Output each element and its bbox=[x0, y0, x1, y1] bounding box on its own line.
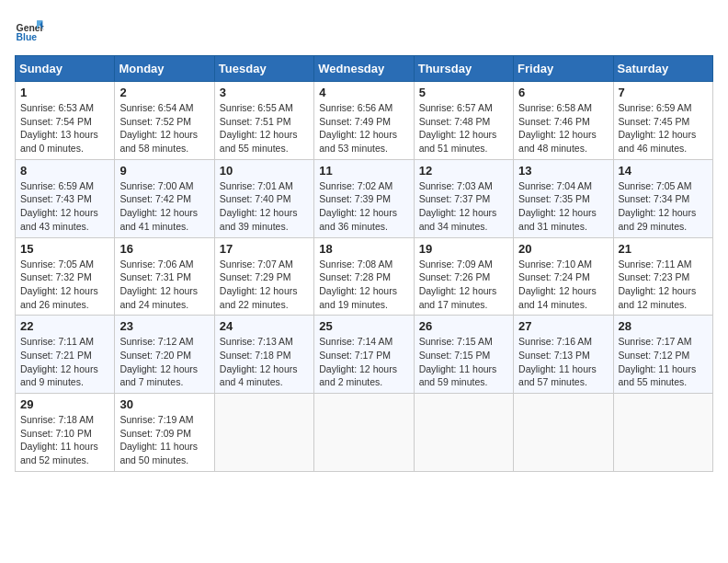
calendar-cell: 9Sunrise: 7:00 AMSunset: 7:42 PMDaylight… bbox=[115, 159, 214, 237]
day-number: 13 bbox=[518, 164, 608, 178]
day-number: 28 bbox=[619, 319, 708, 333]
day-info: Sunrise: 6:53 AMSunset: 7:54 PMDaylight:… bbox=[20, 101, 109, 155]
day-number: 11 bbox=[319, 164, 408, 178]
day-number: 4 bbox=[319, 86, 408, 99]
day-number: 16 bbox=[119, 242, 209, 256]
day-number: 25 bbox=[319, 319, 408, 333]
calendar-cell: 14Sunrise: 7:05 AMSunset: 7:34 PMDayligh… bbox=[613, 159, 712, 237]
calendar-week-2: 8Sunrise: 6:59 AMSunset: 7:43 PMDaylight… bbox=[16, 159, 713, 237]
day-info: Sunrise: 7:03 AMSunset: 7:37 PMDaylight:… bbox=[419, 179, 508, 234]
day-info: Sunrise: 7:12 AMSunset: 7:20 PMDaylight:… bbox=[119, 335, 209, 389]
weekday-header-saturday: Saturday bbox=[613, 56, 712, 82]
calendar-cell: 27Sunrise: 7:16 AMSunset: 7:13 PMDayligh… bbox=[514, 316, 613, 394]
calendar-cell bbox=[414, 394, 513, 472]
day-number: 6 bbox=[518, 86, 608, 99]
day-number: 23 bbox=[119, 319, 209, 333]
calendar-cell bbox=[214, 394, 313, 472]
calendar-cell: 7Sunrise: 6:59 AMSunset: 7:45 PMDaylight… bbox=[613, 82, 712, 160]
calendar-table: SundayMondayTuesdayWednesdayThursdayFrid… bbox=[15, 55, 713, 472]
calendar-cell: 28Sunrise: 7:17 AMSunset: 7:12 PMDayligh… bbox=[613, 316, 712, 394]
day-number: 29 bbox=[20, 397, 109, 411]
day-info: Sunrise: 6:56 AMSunset: 7:49 PMDaylight:… bbox=[319, 101, 408, 155]
day-info: Sunrise: 7:08 AMSunset: 7:28 PMDaylight:… bbox=[319, 258, 408, 312]
day-info: Sunrise: 7:18 AMSunset: 7:10 PMDaylight:… bbox=[20, 413, 109, 467]
day-info: Sunrise: 7:04 AMSunset: 7:35 PMDaylight:… bbox=[518, 179, 608, 234]
calendar-cell: 5Sunrise: 6:57 AMSunset: 7:48 PMDaylight… bbox=[414, 82, 513, 160]
day-info: Sunrise: 7:19 AMSunset: 7:09 PMDaylight:… bbox=[119, 413, 209, 467]
day-info: Sunrise: 6:58 AMSunset: 7:46 PMDaylight:… bbox=[518, 101, 608, 155]
calendar-week-5: 29Sunrise: 7:18 AMSunset: 7:10 PMDayligh… bbox=[16, 394, 713, 472]
day-number: 1 bbox=[20, 86, 109, 99]
calendar-cell: 13Sunrise: 7:04 AMSunset: 7:35 PMDayligh… bbox=[514, 159, 613, 237]
calendar-cell: 12Sunrise: 7:03 AMSunset: 7:37 PMDayligh… bbox=[414, 159, 513, 237]
calendar-cell: 26Sunrise: 7:15 AMSunset: 7:15 PMDayligh… bbox=[414, 316, 513, 394]
day-number: 3 bbox=[220, 86, 309, 99]
calendar-cell: 18Sunrise: 7:08 AMSunset: 7:28 PMDayligh… bbox=[314, 237, 414, 316]
day-number: 7 bbox=[619, 86, 708, 99]
day-info: Sunrise: 7:10 AMSunset: 7:24 PMDaylight:… bbox=[518, 258, 608, 312]
calendar-cell: 29Sunrise: 7:18 AMSunset: 7:10 PMDayligh… bbox=[16, 394, 115, 472]
weekday-header-thursday: Thursday bbox=[414, 56, 513, 82]
calendar-week-3: 15Sunrise: 7:05 AMSunset: 7:32 PMDayligh… bbox=[16, 237, 713, 316]
weekday-header-tuesday: Tuesday bbox=[214, 56, 313, 82]
calendar-cell: 15Sunrise: 7:05 AMSunset: 7:32 PMDayligh… bbox=[16, 237, 115, 316]
day-info: Sunrise: 7:11 AMSunset: 7:21 PMDaylight:… bbox=[20, 335, 109, 389]
day-info: Sunrise: 7:17 AMSunset: 7:12 PMDaylight:… bbox=[619, 335, 708, 389]
page-header: General Blue bbox=[15, 15, 713, 44]
day-number: 22 bbox=[20, 319, 109, 333]
logo: General Blue bbox=[15, 15, 44, 44]
logo-icon: General Blue bbox=[15, 15, 44, 44]
calendar-cell bbox=[613, 394, 712, 472]
day-number: 17 bbox=[220, 242, 309, 256]
day-info: Sunrise: 6:57 AMSunset: 7:48 PMDaylight:… bbox=[419, 101, 508, 155]
calendar-cell: 19Sunrise: 7:09 AMSunset: 7:26 PMDayligh… bbox=[414, 237, 513, 316]
day-number: 26 bbox=[419, 319, 508, 333]
day-info: Sunrise: 6:55 AMSunset: 7:51 PMDaylight:… bbox=[220, 101, 309, 155]
calendar-cell: 11Sunrise: 7:02 AMSunset: 7:39 PMDayligh… bbox=[314, 159, 414, 237]
day-number: 27 bbox=[518, 319, 608, 333]
day-info: Sunrise: 7:11 AMSunset: 7:23 PMDaylight:… bbox=[619, 258, 708, 312]
calendar-cell: 20Sunrise: 7:10 AMSunset: 7:24 PMDayligh… bbox=[514, 237, 613, 316]
day-info: Sunrise: 7:05 AMSunset: 7:34 PMDaylight:… bbox=[619, 179, 708, 234]
day-info: Sunrise: 7:15 AMSunset: 7:15 PMDaylight:… bbox=[419, 335, 508, 389]
day-info: Sunrise: 6:59 AMSunset: 7:43 PMDaylight:… bbox=[20, 179, 109, 234]
day-number: 5 bbox=[419, 86, 508, 99]
day-number: 9 bbox=[119, 164, 209, 178]
day-number: 18 bbox=[319, 242, 408, 256]
calendar-cell: 8Sunrise: 6:59 AMSunset: 7:43 PMDaylight… bbox=[16, 159, 115, 237]
day-info: Sunrise: 7:06 AMSunset: 7:31 PMDaylight:… bbox=[119, 258, 209, 312]
day-info: Sunrise: 7:02 AMSunset: 7:39 PMDaylight:… bbox=[319, 179, 408, 234]
calendar-cell: 22Sunrise: 7:11 AMSunset: 7:21 PMDayligh… bbox=[16, 316, 115, 394]
day-number: 20 bbox=[518, 242, 608, 256]
calendar-cell: 10Sunrise: 7:01 AMSunset: 7:40 PMDayligh… bbox=[214, 159, 313, 237]
day-info: Sunrise: 6:59 AMSunset: 7:45 PMDaylight:… bbox=[619, 101, 708, 155]
day-number: 12 bbox=[419, 164, 508, 178]
day-info: Sunrise: 7:16 AMSunset: 7:13 PMDaylight:… bbox=[518, 335, 608, 389]
day-number: 8 bbox=[20, 164, 109, 178]
day-info: Sunrise: 7:09 AMSunset: 7:26 PMDaylight:… bbox=[419, 258, 508, 312]
calendar-cell: 23Sunrise: 7:12 AMSunset: 7:20 PMDayligh… bbox=[115, 316, 214, 394]
day-number: 30 bbox=[119, 397, 209, 411]
day-info: Sunrise: 7:13 AMSunset: 7:18 PMDaylight:… bbox=[220, 335, 309, 389]
weekday-header-wednesday: Wednesday bbox=[314, 56, 414, 82]
calendar-cell: 6Sunrise: 6:58 AMSunset: 7:46 PMDaylight… bbox=[514, 82, 613, 160]
weekday-header-sunday: Sunday bbox=[16, 56, 115, 82]
day-number: 24 bbox=[220, 319, 309, 333]
calendar-cell: 21Sunrise: 7:11 AMSunset: 7:23 PMDayligh… bbox=[613, 237, 712, 316]
day-info: Sunrise: 7:05 AMSunset: 7:32 PMDaylight:… bbox=[20, 258, 109, 312]
day-number: 10 bbox=[220, 164, 309, 178]
calendar-cell: 24Sunrise: 7:13 AMSunset: 7:18 PMDayligh… bbox=[214, 316, 313, 394]
calendar-cell: 3Sunrise: 6:55 AMSunset: 7:51 PMDaylight… bbox=[214, 82, 313, 160]
day-number: 21 bbox=[619, 242, 708, 256]
day-info: Sunrise: 7:14 AMSunset: 7:17 PMDaylight:… bbox=[319, 335, 408, 389]
day-number: 15 bbox=[20, 242, 109, 256]
day-info: Sunrise: 6:54 AMSunset: 7:52 PMDaylight:… bbox=[119, 101, 209, 155]
day-number: 14 bbox=[619, 164, 708, 178]
weekday-header-friday: Friday bbox=[514, 56, 613, 82]
day-number: 2 bbox=[119, 86, 209, 99]
day-info: Sunrise: 7:00 AMSunset: 7:42 PMDaylight:… bbox=[119, 179, 209, 234]
calendar-cell: 1Sunrise: 6:53 AMSunset: 7:54 PMDaylight… bbox=[16, 82, 115, 160]
calendar-cell: 25Sunrise: 7:14 AMSunset: 7:17 PMDayligh… bbox=[314, 316, 414, 394]
svg-text:Blue: Blue bbox=[17, 32, 38, 42]
calendar-cell: 4Sunrise: 6:56 AMSunset: 7:49 PMDaylight… bbox=[314, 82, 414, 160]
